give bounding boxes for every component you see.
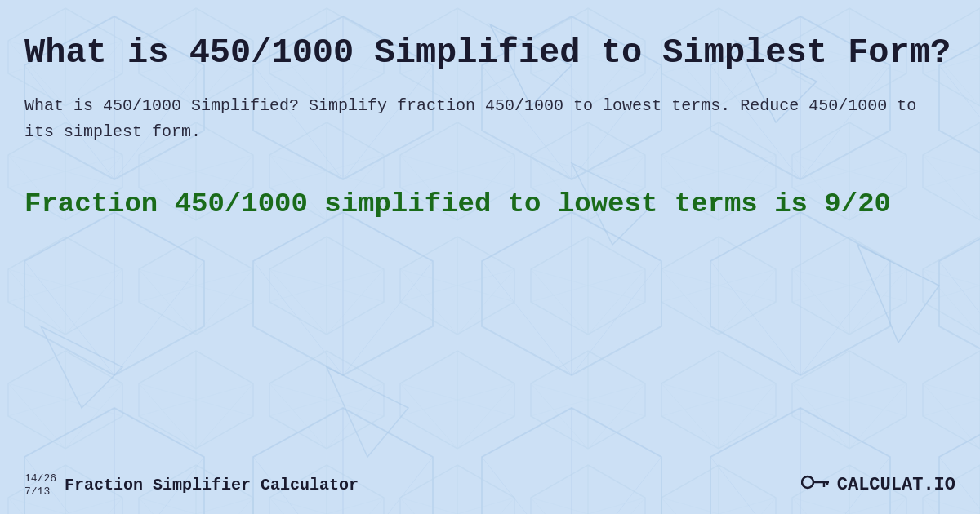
footer: 14/26 7/13 Fraction Simplifier Calculato… <box>24 471 956 499</box>
footer-fraction: 14/26 7/13 <box>24 472 56 498</box>
svg-point-18 <box>802 476 813 488</box>
fraction-top: 14/26 <box>24 472 56 485</box>
footer-brand-label: Fraction Simplifier Calculator <box>65 476 359 494</box>
logo-icon <box>801 471 831 499</box>
footer-logo: CALCULAT.IO <box>801 471 956 499</box>
footer-left: 14/26 7/13 Fraction Simplifier Calculato… <box>24 472 359 498</box>
page-description: What is 450/1000 Simplified? Simplify fr… <box>24 93 956 145</box>
page-title: What is 450/1000 Simplified to Simplest … <box>24 33 956 73</box>
result-text: Fraction 450/1000 simplified to lowest t… <box>24 186 956 222</box>
logo-text: CALCULAT.IO <box>837 475 956 495</box>
fraction-bottom: 7/13 <box>24 485 56 498</box>
